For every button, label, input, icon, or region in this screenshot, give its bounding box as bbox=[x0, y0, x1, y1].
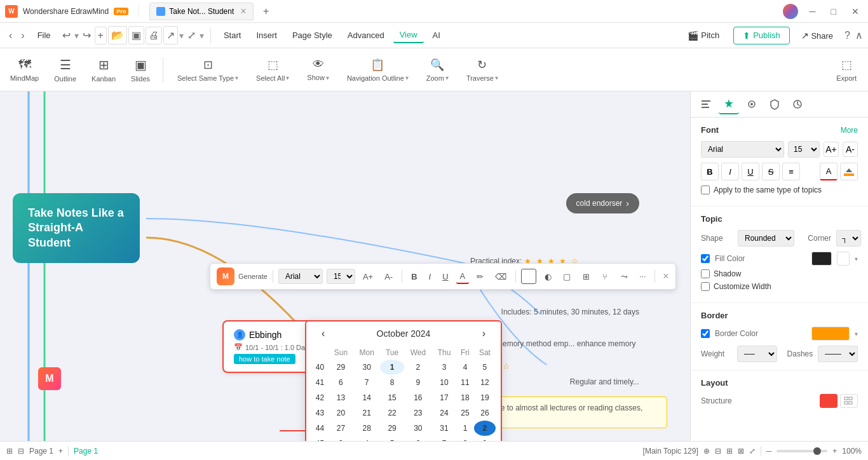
share-button[interactable]: ↗ Share bbox=[795, 27, 839, 44]
calendar-day[interactable]: 21 bbox=[353, 405, 380, 421]
calendar-day[interactable]: 2 bbox=[404, 360, 432, 375]
calendar-day[interactable]: 17 bbox=[432, 390, 456, 405]
color-button[interactable]: A bbox=[456, 269, 470, 284]
shape-select[interactable]: Rounded Rectangle Ellipse bbox=[738, 230, 794, 247]
font-name-select[interactable]: Arial bbox=[278, 269, 323, 284]
calendar-day[interactable]: 19 bbox=[474, 390, 496, 405]
nav-outline-arrow[interactable]: ▾ bbox=[405, 74, 409, 81]
collapse-button[interactable]: ∧ bbox=[855, 29, 863, 41]
user-avatar[interactable] bbox=[783, 4, 798, 19]
apply-same-type-checkbox[interactable] bbox=[701, 186, 710, 194]
export-tool[interactable]: ⬚ Export bbox=[830, 55, 863, 85]
traverse-arrow[interactable]: ▾ bbox=[495, 74, 498, 81]
border-color-checkbox[interactable] bbox=[701, 329, 710, 338]
calendar-day[interactable]: 28 bbox=[353, 421, 380, 436]
calendar-day[interactable]: 13 bbox=[329, 390, 353, 405]
canvas[interactable]: Take Notes Like a Straight-A Student M c… bbox=[0, 91, 690, 441]
calendar-day[interactable]: 3 bbox=[329, 436, 353, 441]
calendar-day[interactable]: 27 bbox=[329, 421, 353, 436]
slides-tool[interactable]: ▣ Slides bbox=[126, 55, 155, 85]
calendar-day[interactable]: 1 bbox=[456, 421, 474, 436]
highlight-button[interactable]: ✏ bbox=[473, 270, 487, 283]
cal-next-button[interactable]: › bbox=[477, 327, 491, 341]
border-color-swatch[interactable] bbox=[811, 327, 850, 341]
share2-button[interactable]: ⤢ bbox=[185, 27, 198, 44]
branch-tool[interactable]: ⑂ bbox=[597, 269, 613, 284]
panel-tab-protect[interactable] bbox=[764, 94, 785, 114]
calendar-day[interactable]: 10 bbox=[432, 375, 456, 390]
zoom-icon-2[interactable]: ⊞ bbox=[726, 447, 733, 456]
italic-button[interactable]: I bbox=[425, 270, 435, 283]
calendar-day[interactable]: 5 bbox=[380, 436, 403, 441]
toolbar-close-button[interactable]: × bbox=[663, 271, 668, 282]
redo-button[interactable]: ↪ bbox=[80, 27, 93, 44]
fill-color-swatch[interactable] bbox=[811, 252, 832, 266]
traverse-tool[interactable]: ↻ Traverse ▾ bbox=[460, 55, 505, 85]
menu-ai[interactable]: AI bbox=[426, 28, 447, 43]
bg-color-btn[interactable] bbox=[840, 163, 858, 180]
tab-close[interactable]: × bbox=[240, 6, 246, 17]
calendar-day[interactable]: 8 bbox=[380, 375, 403, 390]
zoom-icon-3[interactable]: ⊠ bbox=[738, 447, 744, 456]
eraser-button[interactable]: ⌫ bbox=[491, 270, 510, 283]
calendar-day[interactable]: 15 bbox=[380, 390, 403, 405]
calendar-day[interactable]: 30 bbox=[404, 421, 432, 436]
minimize-button[interactable]: ─ bbox=[806, 5, 820, 18]
shape-tool[interactable] bbox=[521, 269, 536, 284]
zoom-tool[interactable]: 🔍 Zoom ▾ bbox=[420, 55, 455, 85]
calendar-day[interactable]: 16 bbox=[404, 390, 432, 405]
export-dropdown[interactable]: ▾ bbox=[179, 30, 184, 41]
menu-insert[interactable]: Insert bbox=[250, 28, 283, 43]
undo-button[interactable]: ↩ bbox=[60, 27, 73, 44]
menu-page-style[interactable]: Page Style bbox=[286, 28, 339, 43]
shrink-font-btn[interactable]: A- bbox=[843, 142, 858, 157]
zoom-in-btn[interactable]: + bbox=[832, 447, 837, 456]
zoom-icon-1[interactable]: ⊟ bbox=[715, 447, 721, 456]
share-dropdown[interactable]: ▾ bbox=[200, 30, 204, 41]
menu-advanced[interactable]: Advanced bbox=[341, 28, 391, 43]
undo-dropdown[interactable]: ▾ bbox=[74, 30, 79, 41]
panel-tab-history[interactable] bbox=[787, 94, 808, 114]
fill-color-dropdown[interactable]: ▾ bbox=[855, 255, 858, 262]
calendar-day[interactable]: 4 bbox=[456, 360, 474, 375]
copy-icon[interactable]: ⊕ bbox=[703, 447, 710, 456]
select-all-arrow[interactable]: ▾ bbox=[286, 74, 289, 81]
calendar-day[interactable]: 2 bbox=[474, 421, 496, 436]
calendar-day[interactable]: 31 bbox=[432, 421, 456, 436]
italic-fmt-btn[interactable]: I bbox=[721, 163, 739, 180]
help-button[interactable]: ? bbox=[844, 30, 850, 41]
shadow-checkbox[interactable] bbox=[701, 269, 710, 278]
calendar-day[interactable]: 6 bbox=[404, 436, 432, 441]
select-same-type-arrow[interactable]: ▾ bbox=[235, 74, 238, 81]
bold-button[interactable]: B bbox=[407, 270, 421, 283]
fill-color-checkbox[interactable] bbox=[701, 254, 710, 263]
calendar-day[interactable]: 3 bbox=[432, 360, 456, 375]
calendar-day[interactable]: 8 bbox=[456, 436, 474, 441]
current-page-indicator[interactable]: Page 1 bbox=[74, 447, 98, 456]
zoom-arrow[interactable]: ▾ bbox=[445, 74, 449, 81]
fill-tool[interactable]: ◐ bbox=[540, 269, 555, 284]
calendar-day[interactable]: 26 bbox=[474, 405, 496, 421]
panel-tab-marker[interactable] bbox=[742, 94, 762, 114]
cal-prev-button[interactable]: ‹ bbox=[316, 327, 330, 341]
calendar-day[interactable]: 5 bbox=[474, 360, 496, 375]
menu-file[interactable]: File bbox=[31, 28, 57, 43]
pitch-button[interactable]: 🎬 Pitch bbox=[679, 27, 728, 44]
calendar-day[interactable]: 24 bbox=[432, 405, 456, 421]
calendar-day[interactable]: 9 bbox=[474, 436, 496, 441]
text-color-btn[interactable]: A bbox=[820, 163, 837, 180]
panel-tab-format[interactable] bbox=[696, 94, 716, 114]
calendar-day[interactable]: 23 bbox=[404, 405, 432, 421]
layout-tool[interactable]: ⊞ bbox=[578, 269, 593, 284]
calendar-day[interactable]: 29 bbox=[329, 360, 353, 375]
menu-view[interactable]: View bbox=[393, 27, 424, 43]
right-font-size-select[interactable]: 15 bbox=[788, 141, 820, 158]
tab-add-button[interactable]: + bbox=[259, 4, 274, 19]
add-page-btn[interactable]: + bbox=[58, 447, 63, 456]
struct-btn-1[interactable] bbox=[820, 394, 837, 408]
calendar-day[interactable]: 18 bbox=[456, 390, 474, 405]
maximize-button[interactable]: □ bbox=[827, 5, 840, 18]
calendar-day[interactable]: 12 bbox=[474, 375, 496, 390]
connector-tool[interactable]: ⤳ bbox=[616, 269, 632, 284]
weight-select[interactable]: ── ─ ═ bbox=[737, 346, 777, 362]
